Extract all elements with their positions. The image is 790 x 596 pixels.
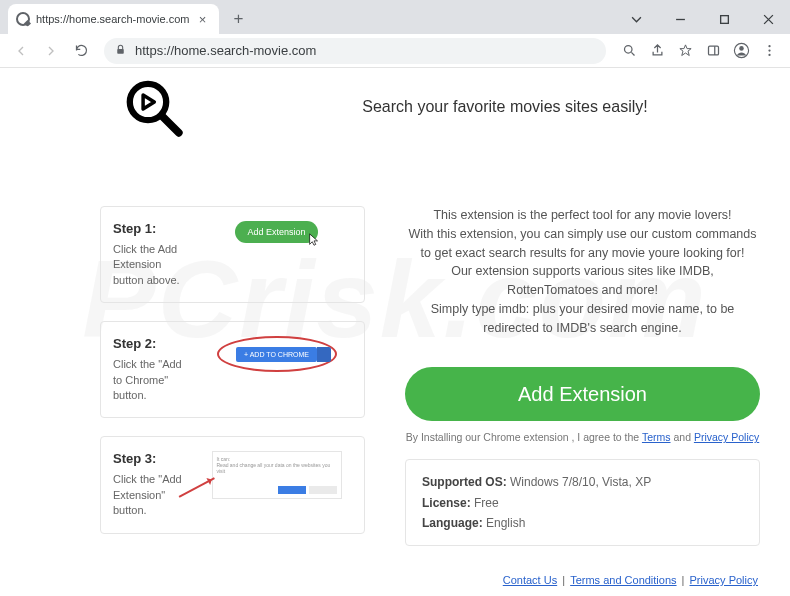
description-text: This extension is the perfect tool for a…	[405, 206, 760, 337]
new-tab-button[interactable]: +	[225, 6, 251, 32]
url-input[interactable]	[135, 43, 596, 58]
page-footer: Contact Us | Terms and Conditions | Priv…	[501, 574, 760, 586]
menu-icon[interactable]	[756, 38, 782, 64]
add-extension-pill: Add Extension	[235, 221, 317, 243]
svg-rect-1	[117, 48, 124, 53]
share-icon[interactable]	[644, 38, 670, 64]
lock-icon	[114, 42, 127, 60]
forward-button[interactable]	[38, 38, 64, 64]
footer-privacy-link[interactable]: Privacy Policy	[690, 574, 758, 586]
site-logo	[120, 74, 190, 148]
highlight-circle: + ADD TO CHROME	[217, 336, 337, 372]
close-icon[interactable]: ×	[195, 12, 209, 26]
agree-text: By Installing our Chrome extension , I a…	[405, 431, 760, 443]
close-button[interactable]	[746, 4, 790, 34]
browser-titlebar: https://home.search-movie.com × +	[0, 0, 790, 34]
svg-point-5	[739, 46, 744, 51]
address-bar	[0, 34, 790, 68]
svg-point-7	[768, 49, 770, 51]
svg-point-2	[624, 46, 632, 54]
dialog-mock: It can:Read and change all your data on …	[212, 451, 342, 499]
step-card-3: Step 3: Click the "Add Extension" button…	[100, 436, 365, 533]
chevron-down-icon[interactable]	[614, 4, 658, 34]
step-title: Step 2:	[113, 336, 191, 351]
url-box[interactable]	[104, 38, 606, 64]
terms-link[interactable]: Terms	[642, 431, 671, 443]
sidepanel-icon[interactable]	[700, 38, 726, 64]
svg-point-6	[768, 45, 770, 47]
step-title: Step 3:	[113, 451, 191, 466]
step-desc: Click the "Add to Chrome" button.	[113, 357, 191, 403]
footer-contact-link[interactable]: Contact Us	[503, 574, 557, 586]
svg-rect-3	[708, 46, 718, 55]
page-headline: Search your favorite movies sites easily…	[250, 78, 760, 116]
step-title: Step 1:	[113, 221, 191, 236]
step-card-2: Step 2: Click the "Add to Chrome" button…	[100, 321, 365, 418]
info-box: Supported OS: Windows 7/8/10, Vista, XP …	[405, 459, 760, 546]
search-action-icon[interactable]	[616, 38, 642, 64]
add-extension-button[interactable]: Add Extension	[405, 367, 760, 421]
maximize-button[interactable]	[702, 4, 746, 34]
search-icon	[16, 12, 30, 26]
step-desc: Click the Add Extension button above.	[113, 242, 191, 288]
cursor-icon	[308, 233, 320, 247]
reload-button[interactable]	[68, 38, 94, 64]
add-to-chrome-mock: + ADD TO CHROME	[236, 347, 317, 362]
tab-title: https://home.search-movie.com	[36, 13, 189, 25]
browser-tab[interactable]: https://home.search-movie.com ×	[8, 4, 219, 34]
svg-point-8	[768, 54, 770, 56]
star-icon[interactable]	[672, 38, 698, 64]
steps-column: Step 1: Click the Add Extension button a…	[100, 206, 365, 546]
privacy-link[interactable]: Privacy Policy	[694, 431, 759, 443]
svg-rect-0	[720, 15, 728, 23]
back-button[interactable]	[8, 38, 34, 64]
main-column: This extension is the perfect tool for a…	[405, 206, 760, 546]
step-card-1: Step 1: Click the Add Extension button a…	[100, 206, 365, 303]
profile-icon[interactable]	[728, 38, 754, 64]
minimize-button[interactable]	[658, 4, 702, 34]
footer-terms-link[interactable]: Terms and Conditions	[570, 574, 676, 586]
